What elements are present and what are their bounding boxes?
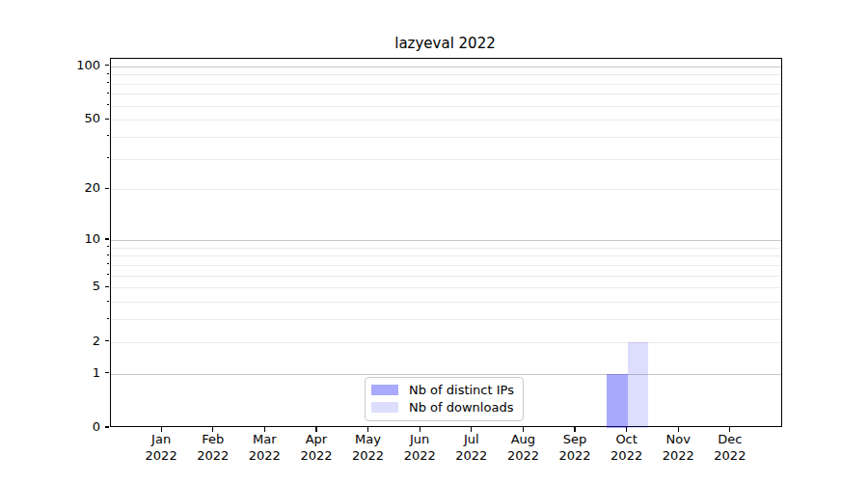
x-tick [574,427,575,432]
y-tick-label: 50 [29,111,100,126]
legend-swatch-distinct-ips [371,385,398,395]
y-tick [105,188,110,189]
gridline-minor [111,248,781,249]
y-minor-tick [107,104,110,105]
x-tick [678,427,679,432]
y-tick-label: 0 [29,419,100,435]
y-tick [105,340,110,341]
x-tick [161,427,162,432]
gridline-minor [111,319,781,320]
y-minor-tick [107,301,110,302]
gridline [111,189,781,190]
y-tick-label: 100 [29,58,100,73]
y-tick-label: 2 [29,334,100,349]
gridline-minor [111,265,781,266]
gridline-minor [111,255,781,256]
y-minor-tick [107,135,110,136]
x-tick [729,427,730,432]
gridline [111,342,781,343]
gridline [111,120,781,120]
gridline-major [111,240,781,241]
y-minor-tick [107,254,110,255]
gridline-minor [111,137,781,138]
y-tick [105,65,110,66]
gridline-minor [111,276,781,277]
x-tick-label: Dec 2022 [699,432,761,464]
legend-label-downloads: Nb of downloads [409,400,513,415]
legend-row-downloads: Nb of downloads [371,400,516,415]
y-minor-tick [107,93,110,94]
x-tick [420,427,420,432]
y-tick [105,426,110,427]
y-tick-label: 20 [29,180,100,196]
y-minor-tick [107,246,110,247]
y-minor-tick [107,274,110,275]
y-tick-label: 10 [29,231,100,247]
y-tick-label: 5 [29,279,100,294]
legend-swatch-downloads [371,402,398,413]
x-tick [367,427,368,432]
x-tick [264,427,265,432]
plot-area [110,58,782,427]
y-tick [105,238,110,239]
y-minor-tick [107,82,110,83]
chart-legend: Nb of distinct IPs Nb of downloads [365,377,524,421]
gridline-minor [111,84,781,85]
gridline-minor [111,74,781,75]
y-minor-tick [107,263,110,264]
bar-distinct-ips [607,374,627,428]
chart-title: lazyeval 2022 [109,35,781,52]
gridline-minor [111,302,781,303]
gridline-minor [111,94,781,94]
y-tick [105,286,110,287]
gridline [111,287,781,288]
x-tick [523,427,524,432]
y-minor-tick [107,318,110,319]
gridline-minor [111,106,781,107]
y-minor-tick [107,157,110,158]
y-minor-tick [107,73,110,74]
legend-row-distinct-ips: Nb of distinct IPs [371,383,516,397]
y-tick-label: 1 [29,365,100,381]
x-tick [626,427,627,432]
legend-label-distinct-ips: Nb of distinct IPs [409,383,514,397]
gridline-minor [111,159,781,160]
chart-figure: lazyeval 2022 Nb of distinct IPs Nb of d… [0,0,868,482]
bar-downloads [628,342,648,428]
gridline-major [111,67,781,67]
gridline-major [111,374,781,375]
y-tick [105,119,110,120]
y-tick [105,372,110,373]
x-tick [471,427,472,432]
x-tick [315,427,316,432]
x-tick [212,427,213,432]
